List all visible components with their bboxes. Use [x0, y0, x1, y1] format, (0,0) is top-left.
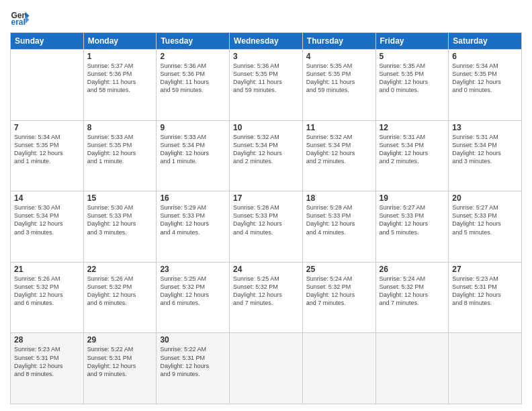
day-info: Sunrise: 5:23 AM Sunset: 5:31 PM Dayligh…	[14, 345, 80, 378]
day-header-saturday: Saturday	[449, 33, 522, 50]
day-info: Sunrise: 5:24 AM Sunset: 5:32 PM Dayligh…	[380, 275, 445, 308]
day-number: 19	[380, 193, 445, 203]
day-number: 26	[380, 265, 445, 274]
calendar-cell	[11, 50, 84, 121]
day-number: 4	[306, 52, 372, 61]
calendar-cell: 9Sunrise: 5:33 AM Sunset: 5:34 PM Daylig…	[157, 120, 230, 191]
calendar-header-row: SundayMondayTuesdayWednesdayThursdayFrid…	[11, 33, 522, 50]
day-info: Sunrise: 5:27 AM Sunset: 5:33 PM Dayligh…	[380, 203, 445, 236]
logo-icon: Gen eral	[10, 7, 30, 27]
day-number: 8	[87, 123, 153, 132]
calendar-cell: 11Sunrise: 5:32 AM Sunset: 5:34 PM Dayli…	[302, 120, 375, 191]
calendar-cell: 1Sunrise: 5:37 AM Sunset: 5:36 PM Daylig…	[83, 50, 157, 121]
calendar-week-5: 28Sunrise: 5:23 AM Sunset: 5:31 PM Dayli…	[11, 333, 522, 404]
calendar-cell: 10Sunrise: 5:32 AM Sunset: 5:34 PM Dayli…	[230, 120, 303, 191]
calendar-cell: 12Sunrise: 5:31 AM Sunset: 5:34 PM Dayli…	[375, 120, 449, 191]
calendar-table: SundayMondayTuesdayWednesdayThursdayFrid…	[10, 32, 522, 404]
calendar-cell: 23Sunrise: 5:25 AM Sunset: 5:32 PM Dayli…	[157, 262, 230, 333]
day-number: 27	[452, 265, 518, 274]
day-info: Sunrise: 5:28 AM Sunset: 5:33 PM Dayligh…	[233, 203, 299, 236]
day-info: Sunrise: 5:37 AM Sunset: 5:36 PM Dayligh…	[87, 62, 153, 95]
day-number: 22	[87, 265, 153, 274]
day-number: 3	[233, 52, 299, 61]
calendar-cell: 16Sunrise: 5:29 AM Sunset: 5:33 PM Dayli…	[157, 191, 230, 263]
calendar-week-3: 14Sunrise: 5:30 AM Sunset: 5:34 PM Dayli…	[11, 191, 522, 263]
day-number: 28	[14, 335, 80, 345]
day-number: 21	[14, 265, 80, 274]
calendar-cell: 5Sunrise: 5:35 AM Sunset: 5:35 PM Daylig…	[375, 50, 449, 121]
day-info: Sunrise: 5:30 AM Sunset: 5:33 PM Dayligh…	[87, 203, 153, 236]
calendar-week-4: 21Sunrise: 5:26 AM Sunset: 5:32 PM Dayli…	[11, 262, 522, 333]
day-number: 12	[380, 123, 445, 132]
calendar-cell: 3Sunrise: 5:36 AM Sunset: 5:35 PM Daylig…	[230, 50, 303, 121]
day-info: Sunrise: 5:24 AM Sunset: 5:32 PM Dayligh…	[306, 275, 372, 308]
day-header-tuesday: Tuesday	[157, 33, 230, 50]
day-number: 24	[233, 265, 299, 274]
day-info: Sunrise: 5:22 AM Sunset: 5:31 PM Dayligh…	[87, 345, 153, 378]
day-info: Sunrise: 5:25 AM Sunset: 5:32 PM Dayligh…	[233, 275, 299, 308]
calendar-cell: 4Sunrise: 5:35 AM Sunset: 5:35 PM Daylig…	[302, 50, 375, 121]
day-info: Sunrise: 5:34 AM Sunset: 5:35 PM Dayligh…	[452, 62, 518, 95]
calendar-cell: 30Sunrise: 5:22 AM Sunset: 5:31 PM Dayli…	[157, 333, 230, 404]
calendar-cell: 18Sunrise: 5:28 AM Sunset: 5:33 PM Dayli…	[302, 191, 375, 263]
day-header-wednesday: Wednesday	[230, 33, 303, 50]
day-number: 30	[160, 335, 226, 345]
day-number: 11	[306, 123, 372, 132]
day-info: Sunrise: 5:23 AM Sunset: 5:31 PM Dayligh…	[452, 275, 518, 308]
day-info: Sunrise: 5:22 AM Sunset: 5:31 PM Dayligh…	[160, 345, 226, 378]
calendar-cell	[302, 333, 375, 404]
calendar-cell: 24Sunrise: 5:25 AM Sunset: 5:32 PM Dayli…	[230, 262, 303, 333]
calendar-page: Gen eral SundayMondayTuesdayWednesdayThu…	[0, 0, 532, 411]
calendar-cell: 19Sunrise: 5:27 AM Sunset: 5:33 PM Dayli…	[375, 191, 449, 263]
day-info: Sunrise: 5:36 AM Sunset: 5:36 PM Dayligh…	[160, 62, 226, 95]
day-info: Sunrise: 5:35 AM Sunset: 5:35 PM Dayligh…	[306, 62, 372, 95]
calendar-cell: 2Sunrise: 5:36 AM Sunset: 5:36 PM Daylig…	[157, 50, 230, 121]
day-number: 29	[87, 335, 153, 345]
calendar-cell	[230, 333, 303, 404]
calendar-cell: 21Sunrise: 5:26 AM Sunset: 5:32 PM Dayli…	[11, 262, 84, 333]
calendar-cell: 7Sunrise: 5:34 AM Sunset: 5:35 PM Daylig…	[11, 120, 84, 191]
day-info: Sunrise: 5:29 AM Sunset: 5:33 PM Dayligh…	[160, 203, 226, 236]
calendar-cell: 15Sunrise: 5:30 AM Sunset: 5:33 PM Dayli…	[83, 191, 157, 263]
calendar-cell: 17Sunrise: 5:28 AM Sunset: 5:33 PM Dayli…	[230, 191, 303, 263]
day-info: Sunrise: 5:27 AM Sunset: 5:33 PM Dayligh…	[452, 203, 518, 236]
day-info: Sunrise: 5:26 AM Sunset: 5:32 PM Dayligh…	[14, 275, 80, 308]
calendar-cell: 20Sunrise: 5:27 AM Sunset: 5:33 PM Dayli…	[449, 191, 522, 263]
day-number: 2	[160, 52, 226, 61]
day-info: Sunrise: 5:25 AM Sunset: 5:32 PM Dayligh…	[160, 275, 226, 308]
day-number: 17	[233, 193, 299, 203]
calendar-cell: 28Sunrise: 5:23 AM Sunset: 5:31 PM Dayli…	[11, 333, 84, 404]
day-number: 13	[452, 123, 518, 132]
day-number: 25	[306, 265, 372, 274]
day-info: Sunrise: 5:33 AM Sunset: 5:35 PM Dayligh…	[87, 133, 153, 166]
calendar-cell: 14Sunrise: 5:30 AM Sunset: 5:34 PM Dayli…	[11, 191, 84, 263]
calendar-cell	[375, 333, 449, 404]
day-number: 7	[14, 123, 80, 132]
calendar-cell: 27Sunrise: 5:23 AM Sunset: 5:31 PM Dayli…	[449, 262, 522, 333]
day-info: Sunrise: 5:32 AM Sunset: 5:34 PM Dayligh…	[233, 133, 299, 166]
calendar-cell: 26Sunrise: 5:24 AM Sunset: 5:32 PM Dayli…	[375, 262, 449, 333]
day-number: 15	[87, 193, 153, 203]
calendar-cell: 8Sunrise: 5:33 AM Sunset: 5:35 PM Daylig…	[83, 120, 157, 191]
day-info: Sunrise: 5:31 AM Sunset: 5:34 PM Dayligh…	[380, 133, 445, 166]
day-number: 10	[233, 123, 299, 132]
day-number: 5	[380, 52, 445, 61]
calendar-cell	[449, 333, 522, 404]
day-info: Sunrise: 5:30 AM Sunset: 5:34 PM Dayligh…	[14, 203, 80, 236]
day-number: 20	[452, 193, 518, 203]
day-number: 9	[160, 123, 226, 132]
svg-text:eral: eral	[11, 17, 26, 27]
day-header-thursday: Thursday	[302, 33, 375, 50]
calendar-week-1: 1Sunrise: 5:37 AM Sunset: 5:36 PM Daylig…	[11, 50, 522, 121]
day-number: 18	[306, 193, 372, 203]
day-info: Sunrise: 5:35 AM Sunset: 5:35 PM Dayligh…	[380, 62, 445, 95]
day-info: Sunrise: 5:31 AM Sunset: 5:34 PM Dayligh…	[452, 133, 518, 166]
day-number: 1	[87, 52, 153, 61]
calendar-cell: 13Sunrise: 5:31 AM Sunset: 5:34 PM Dayli…	[449, 120, 522, 191]
day-number: 23	[160, 265, 226, 274]
day-info: Sunrise: 5:33 AM Sunset: 5:34 PM Dayligh…	[160, 133, 226, 166]
day-number: 6	[452, 52, 518, 61]
logo: Gen eral	[10, 7, 32, 27]
header: Gen eral	[10, 7, 522, 27]
day-number: 14	[14, 193, 80, 203]
